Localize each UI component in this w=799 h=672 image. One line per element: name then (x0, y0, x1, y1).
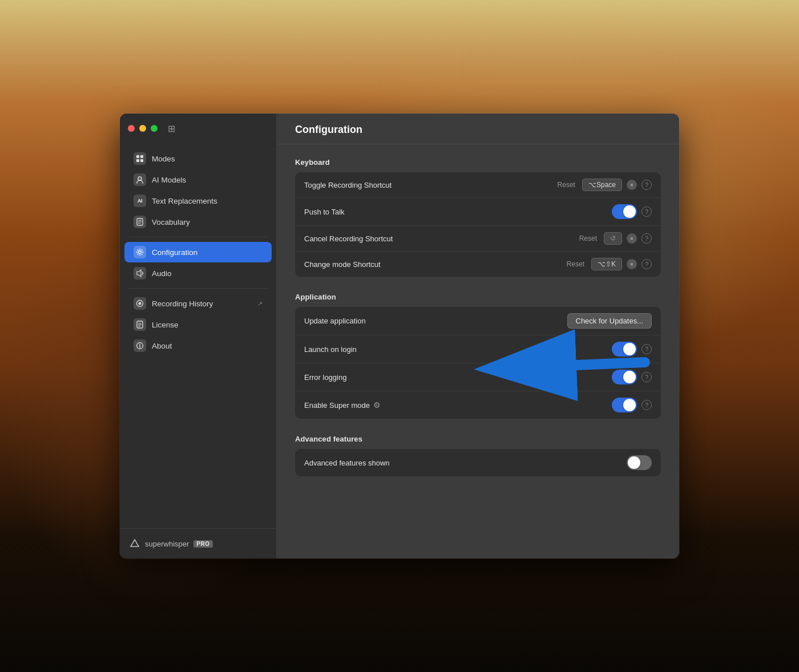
update-application-row: Update application Check for Updates... (295, 307, 661, 335)
application-section: Application Update application Check for… (295, 293, 661, 419)
vocabulary-icon (134, 216, 146, 228)
svg-marker-7 (137, 270, 141, 277)
change-mode-clear-btn[interactable]: × (627, 259, 637, 269)
app-logo-icon (129, 538, 140, 549)
change-mode-label: Change mode Shortcut (304, 260, 564, 269)
keyboard-section: Keyboard Toggle Recording Shortcut Reset… (295, 158, 661, 277)
error-logging-toggle[interactable] (612, 370, 637, 384)
sidebar-item-configuration[interactable]: Configuration (124, 242, 272, 262)
launch-on-login-help-icon[interactable]: ? (641, 344, 652, 354)
sidebar-item-text-replacements[interactable]: AI Text Replacements (124, 191, 272, 211)
app-brand-name: superwhisper (145, 540, 189, 548)
launch-on-login-toggle[interactable] (612, 342, 637, 357)
sidebar-item-ai-models-label: AI Models (152, 176, 186, 184)
sidebar-item-modes[interactable]: Modes (124, 148, 272, 169)
sidebar: ⊞ Modes (120, 114, 277, 558)
main-content: Configuration Keyboard Toggle Recording … (277, 114, 679, 558)
advanced-section-title: Advanced features (295, 435, 661, 443)
maximize-button[interactable] (151, 125, 158, 132)
close-button[interactable] (128, 125, 135, 132)
change-mode-shortcut: ⌥⇧K (591, 258, 622, 270)
text-replacements-icon: AI (134, 195, 146, 207)
launch-on-login-label: Launch on login (304, 345, 612, 354)
enable-super-mode-row: Enable Super mode ⚙ ? (295, 391, 661, 419)
keyboard-section-title: Keyboard (295, 158, 661, 167)
recording-history-icon (134, 297, 146, 310)
push-to-talk-help-icon[interactable]: ? (641, 207, 652, 217)
sidebar-item-vocabulary-label: Vocabulary (152, 218, 190, 226)
toggle-recording-reset-btn[interactable]: Reset (555, 181, 578, 189)
check-for-updates-button[interactable]: Check for Updates... (567, 313, 652, 329)
sidebar-item-audio[interactable]: Audio (124, 263, 272, 284)
cancel-shortcut-icon: ↺ (610, 234, 616, 242)
change-mode-help-icon[interactable]: ? (641, 259, 652, 269)
advanced-features-toggle[interactable] (627, 455, 652, 470)
enable-super-mode-label: Enable Super mode ⚙ (304, 400, 612, 410)
error-logging-row: Error logging ? (295, 363, 661, 391)
license-icon (134, 318, 146, 331)
change-mode-shortcut-text: ⌥⇧K (598, 260, 616, 268)
cancel-recording-controls: Reset ↺ × ? (577, 232, 652, 245)
page-title: Configuration (295, 124, 661, 136)
cancel-recording-reset-btn[interactable]: Reset (577, 234, 599, 242)
nav-group-secondary: Recording History ↗ License (120, 293, 276, 356)
advanced-section: Advanced features Advanced features show… (295, 435, 661, 476)
nav-separator-1 (129, 237, 267, 237)
nav-group-settings: Configuration Audio (120, 242, 276, 284)
svg-rect-2 (136, 159, 139, 162)
push-to-talk-row: Push to Talk ? (295, 198, 661, 226)
pro-badge: PRO (193, 540, 212, 548)
about-icon (134, 339, 146, 352)
launch-on-login-controls: ? (612, 342, 652, 357)
update-application-controls: Check for Updates... (567, 313, 652, 329)
error-logging-help-icon[interactable]: ? (641, 372, 652, 382)
cancel-clear-x-icon: × (630, 236, 633, 242)
sidebar-item-about-label: About (152, 342, 172, 350)
cancel-recording-shortcut: ↺ (604, 232, 622, 245)
change-mode-controls: Reset ⌥⇧K × ? (564, 258, 652, 270)
enable-super-mode-toggle[interactable] (612, 398, 637, 412)
application-card: Update application Check for Updates... … (295, 307, 661, 419)
sidebar-item-vocabulary[interactable]: Vocabulary (124, 212, 272, 232)
sidebar-item-recording-history[interactable]: Recording History ↗ (124, 293, 272, 314)
toggle-recording-clear-btn[interactable]: × (627, 180, 637, 190)
audio-icon (134, 267, 146, 280)
svg-rect-3 (140, 159, 143, 162)
enable-super-mode-help-icon[interactable]: ? (641, 400, 652, 410)
push-to-talk-controls: ? (612, 204, 652, 219)
error-logging-controls: ? (612, 370, 652, 384)
cancel-recording-help-icon[interactable]: ? (641, 233, 652, 244)
push-to-talk-toggle[interactable] (612, 204, 637, 219)
external-link-icon: ↗ (257, 300, 263, 307)
error-logging-label: Error logging (304, 373, 612, 382)
sidebar-item-about[interactable]: About (124, 335, 272, 356)
push-to-talk-label: Push to Talk (304, 208, 612, 216)
cancel-recording-clear-btn[interactable]: × (627, 233, 637, 244)
app-window: ⊞ Modes (120, 114, 679, 558)
sidebar-item-modes-label: Modes (152, 155, 175, 163)
toggle-recording-shortcut-text: ⌥Space (588, 181, 616, 189)
sidebar-item-ai-models[interactable]: AI Models (124, 169, 272, 190)
toggle-recording-row: Toggle Recording Shortcut Reset ⌥Space ×… (295, 172, 661, 198)
svg-rect-0 (136, 155, 139, 158)
sidebar-item-text-replacements-label: Text Replacements (152, 197, 217, 205)
sidebar-footer: superwhisper PRO (120, 528, 276, 558)
nav-separator-2 (129, 288, 267, 289)
toggle-recording-controls: Reset ⌥Space × ? (555, 179, 652, 191)
sidebar-item-audio-label: Audio (152, 269, 172, 278)
clear-x-icon: × (630, 182, 633, 188)
titlebar: ⊞ (120, 114, 276, 143)
sidebar-toggle-icon[interactable]: ⊞ (168, 123, 175, 134)
application-section-title: Application (295, 293, 661, 301)
toggle-recording-shortcut: ⌥Space (582, 179, 622, 191)
cancel-recording-row: Cancel Recording Shortcut Reset ↺ × ? (295, 226, 661, 252)
minimize-button[interactable] (139, 125, 146, 132)
main-header: Configuration (277, 114, 679, 144)
advanced-features-row: Advanced features shown (295, 449, 661, 476)
sidebar-navigation: Modes AI Models AI Text Replacements (120, 143, 276, 528)
advanced-features-controls (627, 455, 652, 470)
change-mode-reset-btn[interactable]: Reset (564, 260, 587, 268)
toggle-recording-help-icon[interactable]: ? (641, 180, 652, 190)
cancel-recording-label: Cancel Recording Shortcut (304, 234, 577, 243)
sidebar-item-license[interactable]: License (124, 314, 272, 335)
